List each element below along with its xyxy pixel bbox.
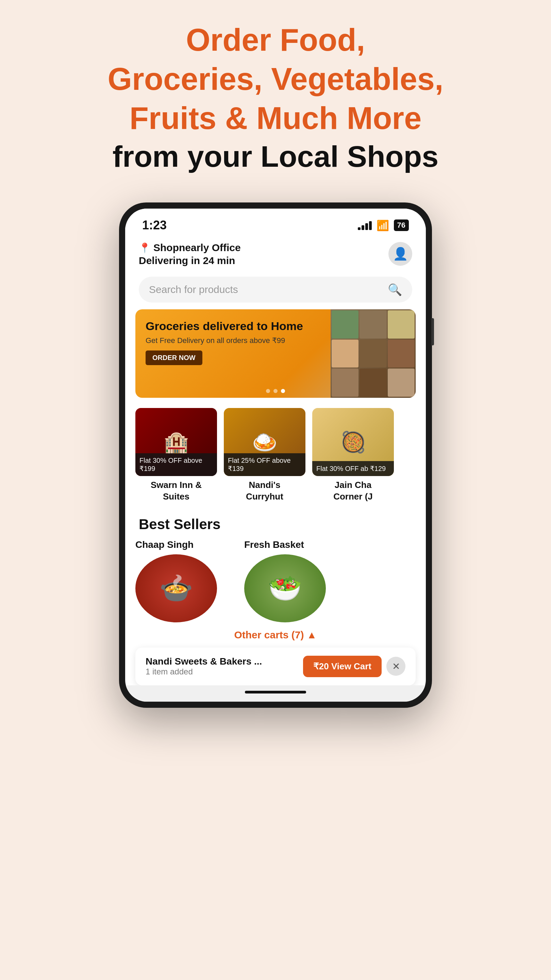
cart-actions: ₹20 View Cart ✕ xyxy=(303,656,405,677)
grain-cell-1 xyxy=(332,310,359,339)
hero-line4: from your Local Shops xyxy=(108,138,443,175)
user-icon: 👤 xyxy=(393,247,408,261)
seller-name-1: Chaap Singh xyxy=(135,539,237,550)
grain-cell-3 xyxy=(388,310,414,339)
cart-info: Nandi Sweets & Bakers ... 1 item added xyxy=(146,656,262,676)
chaap-food-image: 🍲 xyxy=(135,554,217,622)
phone-frame: 1:23 📶 76 📍 Shopnea xyxy=(119,202,432,708)
restaurant-card-2[interactable]: 🍛 Flat 25% OFF above ₹139 Nandi'sCurryhu… xyxy=(224,408,305,503)
home-indicator xyxy=(125,685,426,702)
hero-heading: Order Food, Groceries, Vegetables, Fruit… xyxy=(108,21,443,175)
restaurant-name-3: Jain ChaCorner (J xyxy=(312,479,394,503)
grain-cell-9 xyxy=(388,369,414,397)
grain-cell-5 xyxy=(359,340,386,368)
close-icon: ✕ xyxy=(392,661,400,672)
we-are-open-sign: 🏨 xyxy=(164,430,189,454)
search-container: Search for products 🔍 xyxy=(125,273,426,309)
search-bar[interactable]: Search for products 🔍 xyxy=(139,277,412,302)
wifi-icon: 📶 xyxy=(376,220,389,231)
restaurant-image-2: 🍛 Flat 25% OFF above ₹139 xyxy=(224,408,305,476)
phone-side-button xyxy=(431,318,434,345)
restaurant-offer-3: Flat 30% OFF ab ₹129 xyxy=(312,461,394,476)
banner-subtitle: Get Free Delivery on all orders above ₹9… xyxy=(146,336,321,345)
order-now-button[interactable]: ORDER NOW xyxy=(146,350,202,365)
cart-item-count: 1 item added xyxy=(146,667,262,676)
grain-cell-8 xyxy=(359,369,386,397)
restaurant-offer-2: Flat 25% OFF above ₹139 xyxy=(224,453,305,476)
location-name[interactable]: 📍 Shopnearly Office xyxy=(139,242,241,253)
profile-button[interactable]: 👤 xyxy=(388,242,412,266)
fresh-basket-image: 🥗 xyxy=(244,554,326,622)
seller-name-2: Fresh Basket xyxy=(244,539,346,550)
view-cart-button[interactable]: ₹20 View Cart xyxy=(303,656,382,677)
grain-cell-6 xyxy=(388,340,414,368)
promo-banner: Groceries delivered to Home Get Free Del… xyxy=(135,309,416,398)
status-bar: 1:23 📶 76 xyxy=(125,208,426,237)
battery-indicator: 76 xyxy=(394,220,409,231)
close-cart-button[interactable]: ✕ xyxy=(386,657,405,676)
banner-image xyxy=(330,309,416,398)
cart-store-name: Nandi Sweets & Bakers ... xyxy=(146,656,262,667)
restaurants-section: 🏨 Flat 30% OFF above ₹199 Swarn Inn &Sui… xyxy=(125,408,426,513)
phone-screen: 1:23 📶 76 📍 Shopnea xyxy=(125,208,426,702)
hero-line1: Order Food, xyxy=(108,21,443,60)
banner-title: Groceries delivered to Home xyxy=(146,319,321,334)
restaurants-row: 🏨 Flat 30% OFF above ₹199 Swarn Inn &Sui… xyxy=(135,408,416,503)
other-carts-bar[interactable]: Other carts (7) ▲ xyxy=(125,622,426,644)
hero-line3: Fruits & Much More xyxy=(108,99,443,138)
search-placeholder: Search for products xyxy=(149,284,382,295)
cart-bar: Nandi Sweets & Bakers ... 1 item added ₹… xyxy=(135,648,416,685)
location-pin-icon: 📍 xyxy=(139,242,151,253)
restaurant-card-1[interactable]: 🏨 Flat 30% OFF above ₹199 Swarn Inn &Sui… xyxy=(135,408,217,503)
restaurant-image-1: 🏨 Flat 30% OFF above ₹199 xyxy=(135,408,217,476)
best-sellers-title: Best Sellers xyxy=(125,513,426,539)
chaat-food-icon: 🥘 xyxy=(340,430,366,454)
seller-image-1: 🍲 xyxy=(135,554,217,622)
location-row: 📍 Shopnearly Office Delivering in 24 min… xyxy=(139,242,412,266)
restaurant-name-2: Nandi'sCurryhut xyxy=(224,479,305,503)
status-icons: 📶 76 xyxy=(358,220,409,231)
grain-cell-2 xyxy=(359,310,386,339)
grain-cell-4 xyxy=(332,340,359,368)
grain-cell-7 xyxy=(332,369,359,397)
restaurant-offer-1: Flat 30% OFF above ₹199 xyxy=(135,453,217,476)
seller-card-2[interactable]: Fresh Basket 🥗 xyxy=(244,539,346,622)
signal-icon xyxy=(358,221,372,230)
home-bar xyxy=(245,691,306,694)
restaurant-image-3: 🥘 Flat 30% OFF ab ₹129 xyxy=(312,408,394,476)
seller-image-2: 🥗 xyxy=(244,554,326,622)
search-icon: 🔍 xyxy=(388,283,402,296)
curry-food-icon: 🍛 xyxy=(252,430,278,454)
location-info: 📍 Shopnearly Office Delivering in 24 min xyxy=(139,242,241,266)
app-header: 📍 Shopnearly Office Delivering in 24 min… xyxy=(125,237,426,273)
status-time: 1:23 xyxy=(142,218,167,232)
delivery-time: Delivering in 24 min xyxy=(139,255,241,266)
restaurant-name-1: Swarn Inn &Suites xyxy=(135,479,217,503)
seller-card-1[interactable]: Chaap Singh 🍲 xyxy=(135,539,237,622)
banner-text: Groceries delivered to Home Get Free Del… xyxy=(135,309,330,398)
restaurant-card-3[interactable]: 🥘 Flat 30% OFF ab ₹129 Jain ChaCorner (J xyxy=(312,408,394,503)
best-sellers-row: Chaap Singh 🍲 Fresh Basket 🥗 xyxy=(125,539,426,622)
hero-line2: Groceries, Vegetables, xyxy=(108,60,443,99)
